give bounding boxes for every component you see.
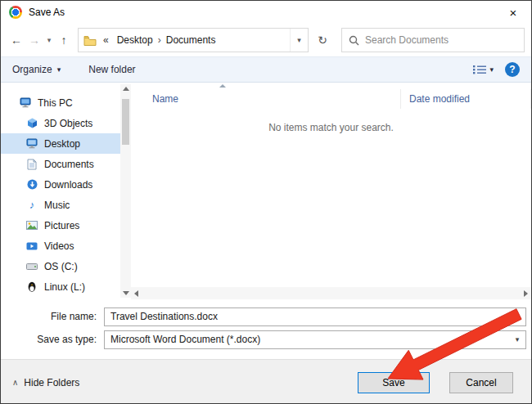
breadcrumb-desktop[interactable]: Desktop — [112, 34, 158, 46]
sidebar-item-label: This PC — [38, 97, 73, 109]
sidebar-item-label: Documents — [44, 159, 94, 170]
breadcrumb-overflow-icon[interactable]: « — [103, 34, 109, 46]
column-header-name[interactable]: Name — [131, 89, 401, 109]
history-chevron-icon[interactable]: ▾ — [43, 36, 55, 44]
computer-icon — [19, 97, 32, 108]
footer-bar: ∧ Hide Folders Save Cancel — [1, 359, 531, 404]
title-bar: Save As × — [1, 1, 531, 24]
sidebar-item-pictures[interactable]: Pictures — [1, 215, 131, 236]
picture-icon — [25, 221, 38, 230]
sidebar-item-label: Pictures — [44, 220, 79, 231]
sidebar-item-label: Downloads — [44, 179, 92, 191]
save-as-type-dropdown-icon[interactable]: ▾ — [509, 335, 525, 343]
video-icon — [25, 242, 38, 250]
collapse-icon: ∧ — [12, 378, 18, 387]
sidebar-item-documents[interactable]: Documents — [1, 154, 131, 174]
save-as-type-label: Save as type: — [1, 334, 104, 345]
save-as-dialog: Save As × ← → ▾ ↑ « Desktop › Documents … — [0, 0, 532, 404]
empty-folder-message: No items match your search. — [131, 122, 531, 133]
up-icon[interactable]: ↑ — [55, 30, 73, 50]
file-name-input[interactable] — [105, 308, 509, 325]
monitor-icon — [25, 138, 38, 149]
navigation-bar: ← → ▾ ↑ « Desktop › Documents ▾ ↻ — [1, 24, 531, 56]
sidebar-item-label: 3D Objects — [44, 118, 92, 129]
sidebar-item-label: Linux (L:) — [44, 281, 85, 293]
hide-folders-label: Hide Folders — [24, 377, 79, 388]
new-folder-label: New folder — [88, 64, 135, 75]
search-input[interactable] — [365, 34, 517, 46]
sidebar-item-desktop[interactable]: Desktop — [1, 133, 131, 154]
document-icon — [25, 159, 38, 170]
new-folder-button[interactable]: New folder — [88, 64, 135, 75]
cancel-button[interactable]: Cancel — [449, 372, 513, 393]
drive-icon — [25, 263, 38, 270]
sidebar-item-os-c[interactable]: OS (C:) — [1, 256, 131, 276]
scrollbar-thumb[interactable] — [122, 99, 129, 145]
folder-icon — [83, 35, 97, 46]
column-header-row: Name Date modified — [131, 89, 531, 109]
toolbar-right-group: ▾ ? — [473, 62, 520, 77]
file-name-row: File name: ▾ — [1, 307, 531, 326]
refresh-icon[interactable]: ↻ — [309, 28, 336, 52]
sidebar-scrollbar[interactable] — [120, 84, 131, 298]
breadcrumb-documents[interactable]: Documents — [161, 34, 221, 46]
search-box[interactable] — [341, 28, 525, 52]
file-name-label: File name: — [1, 311, 104, 322]
hide-folders-button[interactable]: ∧ Hide Folders — [12, 377, 79, 388]
scroll-up-icon[interactable] — [123, 87, 129, 91]
window-title: Save As — [29, 7, 65, 18]
address-dropdown-icon[interactable]: ▾ — [290, 29, 308, 52]
sidebar-item-label: Desktop — [44, 138, 80, 150]
file-fields-area: File name: ▾ Save as type: Microsoft Wor… — [1, 299, 531, 359]
content-area: This PC 3D Objects Desktop Documents — [1, 83, 531, 299]
search-icon — [349, 35, 359, 46]
organize-label: Organize — [12, 64, 52, 75]
sidebar-item-this-pc[interactable]: This PC — [1, 92, 131, 113]
sidebar-item-linux-l[interactable]: Linux (L:) — [1, 276, 131, 297]
organize-dropdown-icon: ▾ — [57, 65, 61, 74]
views-dropdown-icon: ▾ — [489, 65, 494, 74]
back-icon[interactable]: ← — [7, 30, 25, 50]
sidebar-item-label: Music — [44, 200, 70, 211]
file-name-dropdown-icon[interactable]: ▾ — [509, 312, 525, 321]
change-view-button[interactable]: ▾ — [473, 65, 494, 74]
scroll-left-icon[interactable] — [134, 290, 138, 297]
sort-ascending-icon — [219, 84, 226, 88]
sidebar-item-label: Videos — [44, 240, 74, 252]
sidebar-item-videos[interactable]: Videos — [1, 236, 131, 256]
scroll-right-icon[interactable] — [524, 290, 528, 297]
box-icon — [25, 118, 38, 128]
sidebar-item-3d-objects[interactable]: 3D Objects — [1, 113, 131, 133]
navigation-pane: This PC 3D Objects Desktop Documents — [1, 83, 131, 299]
address-bar[interactable]: « Desktop › Documents ▾ — [78, 28, 309, 52]
save-as-type-value: Microsoft Word Document (*.docx) — [105, 334, 509, 345]
save-as-type-row: Save as type: Microsoft Word Document (*… — [1, 330, 531, 349]
forward-icon[interactable]: → — [25, 30, 43, 50]
save-button[interactable]: Save — [358, 372, 430, 393]
sidebar-item-music[interactable]: ♪ Music — [1, 195, 131, 215]
chrome-icon — [9, 6, 22, 19]
command-toolbar: Organize ▾ New folder ▾ ? — [1, 56, 531, 83]
list-view-icon — [473, 65, 486, 74]
horizontal-scrollbar[interactable] — [131, 287, 531, 299]
close-icon[interactable]: × — [503, 6, 523, 20]
music-note-icon: ♪ — [25, 199, 38, 211]
organize-button[interactable]: Organize ▾ — [12, 64, 61, 75]
file-name-combobox[interactable]: ▾ — [104, 307, 526, 326]
download-icon — [25, 179, 38, 190]
save-as-type-select[interactable]: Microsoft Word Document (*.docx) ▾ — [104, 330, 526, 349]
sidebar-item-downloads[interactable]: Downloads — [1, 174, 131, 195]
file-list-pane: Name Date modified No items match your s… — [131, 83, 531, 299]
help-icon[interactable]: ? — [505, 62, 520, 77]
column-header-date-modified[interactable]: Date modified — [401, 89, 531, 109]
scroll-down-icon[interactable] — [123, 291, 129, 295]
sidebar-item-label: OS (C:) — [44, 261, 78, 272]
linux-penguin-icon — [25, 281, 38, 292]
